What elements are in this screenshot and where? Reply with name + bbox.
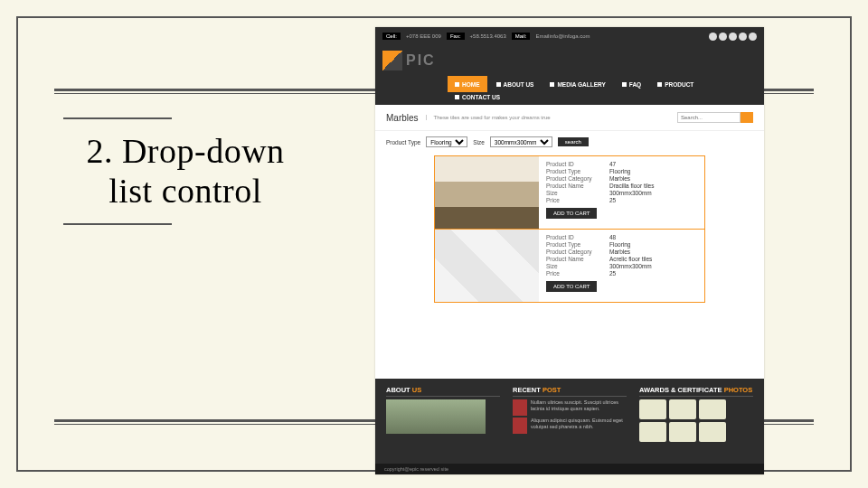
mail-label: Mail: [512, 33, 531, 40]
logo-row: PIC [375, 45, 764, 76]
logo-icon [382, 51, 402, 70]
product-info: Product ID48 Product TypeFlooring Produc… [539, 230, 704, 302]
social-icon[interactable] [719, 33, 727, 41]
post-thumb [513, 399, 527, 416]
title-rule-top [63, 117, 172, 119]
slide-title-block: 2. Drop-down list control [63, 117, 307, 225]
cell-value: +078 EEE 009 [406, 33, 441, 39]
post-thumb [513, 418, 527, 434]
page-header: Marbles These tiles are used for makes y… [375, 105, 764, 131]
nav-media[interactable]: MEDIA GALLERY [542, 76, 612, 92]
fax-value: +58.5513.4063 [470, 33, 506, 39]
nav-home[interactable]: HOME [448, 76, 487, 92]
footer-about: ABOUT US [386, 386, 500, 467]
size-label: Size [473, 139, 485, 145]
product-card: Product ID48 Product TypeFlooring Produc… [434, 229, 705, 303]
award-badge-icon [639, 422, 666, 442]
social-icon[interactable] [709, 33, 717, 41]
product-card: Product ID47 Product TypeFlooring Produc… [434, 155, 705, 230]
contact-icon [455, 95, 459, 99]
filter-row: Product Type Flooring Size 300mmx300mm s… [375, 131, 764, 153]
logo-text: PIC [406, 52, 436, 69]
recent-post[interactable]: Aliquam adipisci quisquam. Euismod eget … [513, 418, 627, 434]
award-badges [639, 399, 753, 442]
search-input[interactable] [677, 112, 741, 123]
nav-product[interactable]: PRODUCT [650, 76, 701, 92]
about-icon [496, 82, 501, 87]
contact-bar: Cell: +078 EEE 009 Fax: +58.5513.4063 Ma… [375, 27, 764, 45]
product-list: Product ID47 Product TypeFlooring Produc… [375, 153, 764, 306]
faq-icon [622, 82, 627, 87]
screenshot-embed: Cell: +078 EEE 009 Fax: +58.5513.4063 Ma… [375, 27, 764, 474]
social-icon[interactable] [749, 33, 757, 41]
footer-recent: RECENT POST Nullam ultrices suscipit. Su… [513, 386, 627, 467]
nav-faq[interactable]: FAQ [615, 76, 648, 92]
product-info: Product ID47 Product TypeFlooring Produc… [539, 156, 704, 229]
site-footer: ABOUT US RECENT POST Nullam ultrices sus… [375, 379, 764, 474]
award-badge-icon [669, 399, 696, 419]
title-rule-bottom [63, 223, 172, 225]
add-to-cart-button[interactable]: ADD TO CART [546, 208, 597, 219]
search-box [677, 112, 753, 123]
product-type-dropdown[interactable]: Flooring [426, 136, 467, 147]
page-tagline: These tiles are used for makes your drea… [426, 115, 551, 120]
product-icon [657, 82, 662, 87]
copyright: copyright@epic reserved site [375, 464, 764, 474]
media-icon [550, 82, 554, 87]
home-icon [455, 82, 459, 87]
award-badge-icon [699, 422, 726, 442]
page-title: Marbles [386, 113, 419, 123]
social-icon[interactable] [739, 33, 747, 41]
size-dropdown[interactable]: 300mmx300mm [490, 136, 552, 147]
award-badge-icon [669, 422, 696, 442]
about-image [386, 399, 486, 434]
cell-label: Cell: [382, 33, 401, 40]
slide-title: 2. Drop-down list control [63, 132, 307, 211]
social-icon[interactable] [729, 33, 737, 41]
nav-contact[interactable]: CONTACT US [448, 92, 507, 102]
primary-nav: HOME ABOUT US MEDIA GALLERY FAQ PRODUCT [375, 76, 764, 92]
product-type-label: Product Type [386, 139, 420, 145]
award-badge-icon [699, 399, 726, 419]
fax-label: Fax: [447, 33, 465, 40]
award-badge-icon [639, 399, 666, 419]
product-image [435, 156, 539, 229]
search-button[interactable] [741, 112, 753, 123]
footer-awards: AWARDS & CERTIFICATE PHOTOS [639, 386, 753, 467]
recent-post[interactable]: Nullam ultrices suscipit. Suscipit ultri… [513, 399, 627, 416]
nav-about[interactable]: ABOUT US [489, 76, 542, 92]
social-icons [709, 33, 757, 41]
secondary-nav: CONTACT US [375, 92, 764, 105]
mail-value: Emailinfo@infoga.com [535, 33, 590, 39]
add-to-cart-button[interactable]: ADD TO CART [546, 281, 597, 292]
product-image [435, 230, 539, 302]
filter-search-button[interactable]: search [558, 137, 589, 146]
